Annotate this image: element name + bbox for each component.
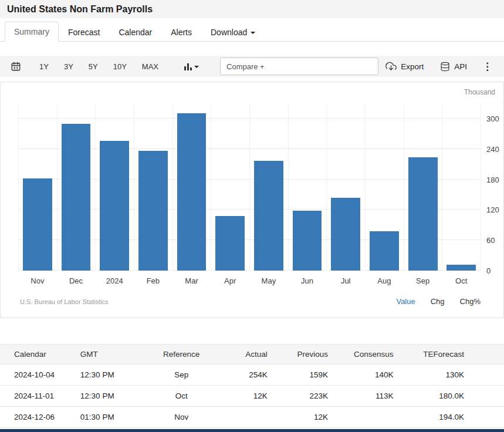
x-axis-label: Apr <box>211 276 249 285</box>
y-axis-tick-label: 240 <box>486 144 499 153</box>
tab-download[interactable]: Download <box>201 22 265 42</box>
bar-chart-icon <box>184 62 193 71</box>
x-axis-label: Oct <box>442 276 481 285</box>
api-label: API <box>454 62 467 71</box>
table-cell: 2024-10-04 <box>0 365 76 386</box>
kebab-menu-icon: ⋮ <box>482 61 492 72</box>
column-header-previous: Previous <box>272 345 333 365</box>
column-header-reference: Reference <box>146 345 217 365</box>
range-button-5y[interactable]: 5Y <box>81 59 106 75</box>
bar-slot <box>134 103 172 271</box>
table-row[interactable]: 2024-10-0412:30 PMSep254K159K140K130K <box>0 365 504 386</box>
toolbar-right-group: Export API ⋮ <box>380 58 497 76</box>
table-cell: 180.0K <box>398 386 504 407</box>
y-axis-tick-label: 300 <box>486 114 499 123</box>
table-cell: Oct <box>146 386 217 407</box>
tab-label: Calendar <box>119 28 152 37</box>
table-cell: 223K <box>272 386 333 407</box>
chart-mode-chg-pct[interactable]: Chg% <box>460 297 481 306</box>
bar-sep[interactable] <box>408 157 438 271</box>
bar-feb[interactable] <box>138 151 168 271</box>
bar-aug[interactable] <box>370 231 399 271</box>
tab-label: Download <box>211 28 247 37</box>
bar-slot <box>365 103 404 271</box>
tab-alerts[interactable]: Alerts <box>161 22 201 42</box>
range-button-3y[interactable]: 3Y <box>56 59 81 75</box>
table-header-row: CalendarGMTReferenceActualPreviousConsen… <box>0 345 504 365</box>
table-cell: 12K <box>272 407 333 428</box>
bar-chart: 060120180240300 <box>18 103 481 271</box>
tab-label: Alerts <box>171 28 192 37</box>
calendar-table: CalendarGMTReferenceActualPreviousConsen… <box>0 344 504 428</box>
bar-slot <box>18 103 57 271</box>
chart-unit-label: Thousand <box>1 88 503 97</box>
bar-slot <box>288 103 327 271</box>
tab-label: Summary <box>14 27 49 36</box>
table-cell: Sep <box>146 365 217 386</box>
bar-slot <box>326 103 365 271</box>
bar-slot <box>95 103 134 271</box>
bar-slot <box>57 103 96 271</box>
x-axis-label: Jun <box>288 276 327 285</box>
range-button-10y[interactable]: 10Y <box>106 59 134 75</box>
bar-apr[interactable] <box>215 216 245 271</box>
bar-oct[interactable] <box>447 265 476 271</box>
tab-bar: SummaryForecastCalendarAlertsDownload <box>0 18 504 42</box>
table-cell <box>333 407 398 428</box>
bar-may[interactable] <box>254 161 283 271</box>
chart-mode-chg[interactable]: Chg <box>431 297 445 306</box>
table-cell: 01:30 PM <box>76 407 146 428</box>
x-axis-label: May <box>249 276 288 285</box>
bar-mar[interactable] <box>177 113 207 271</box>
export-button[interactable]: Export <box>380 58 429 76</box>
chart-toolbar: 1Y3Y5Y10YMAX Export <box>0 56 504 77</box>
tab-forecast[interactable]: Forecast <box>59 22 109 42</box>
more-options-button[interactable]: ⋮ <box>478 59 497 74</box>
v-gridline <box>481 103 481 271</box>
calendar-table-section: CalendarGMTReferenceActualPreviousConsen… <box>0 344 504 428</box>
table-cell: 2024-11-01 <box>0 386 76 407</box>
bar-dec[interactable] <box>62 124 91 271</box>
column-header-gmt: GMT <box>76 345 146 365</box>
table-row[interactable]: 2024-12-0601:30 PMNov12K194.0K <box>0 407 504 428</box>
bar-jul[interactable] <box>331 198 360 271</box>
table-row[interactable]: 2024-11-0112:30 PMOct12K223K113K180.0K <box>0 386 504 407</box>
bar-jun[interactable] <box>293 211 322 271</box>
x-axis-label: Dec <box>57 276 96 285</box>
range-button-1y[interactable]: 1Y <box>32 59 56 75</box>
table-cell: 12K <box>217 386 272 407</box>
page-title: United States Non Farm Payrolls <box>7 4 497 15</box>
database-icon <box>440 62 450 72</box>
bar-2024[interactable] <box>100 141 129 271</box>
tab-label: Forecast <box>68 28 100 37</box>
y-axis-tick-label: 0 <box>486 266 491 275</box>
x-axis-label: Jul <box>326 276 365 285</box>
chart-type-button[interactable] <box>180 59 202 73</box>
x-axis-label: 2024 <box>95 276 134 285</box>
tab-calendar[interactable]: Calendar <box>109 22 161 42</box>
table-cell: 140K <box>333 365 398 386</box>
compare-input[interactable] <box>220 58 378 75</box>
chart-mode-switch: ValueChgChg% <box>396 297 481 306</box>
table-cell: 254K <box>217 365 272 386</box>
range-button-max[interactable]: MAX <box>134 59 166 75</box>
footer-strip <box>0 429 504 432</box>
export-label: Export <box>401 62 424 71</box>
chart-footer: U.S. Bureau of Labor Statistics ValueChg… <box>20 297 481 306</box>
export-cloud-download-icon <box>385 61 397 72</box>
caret-down-icon <box>194 66 199 68</box>
column-header-consensus: Consensus <box>333 345 398 365</box>
table-cell: 159K <box>272 365 333 386</box>
date-range-calendar-button[interactable] <box>7 59 25 74</box>
non-farm-payrolls-page: United States Non Farm Payrolls SummaryF… <box>0 0 504 432</box>
api-button[interactable]: API <box>434 58 473 75</box>
range-selector: 1Y3Y5Y10YMAX <box>32 59 166 75</box>
bar-nov[interactable] <box>23 178 52 271</box>
chart-mode-value[interactable]: Value <box>396 297 415 306</box>
y-axis-tick-label: 180 <box>486 175 499 184</box>
x-axis-label: Feb <box>134 276 172 285</box>
tab-summary[interactable]: Summary <box>5 22 59 42</box>
table-cell: 113K <box>333 386 398 407</box>
table-cell: 12:30 PM <box>76 365 146 386</box>
table-cell: 2024-12-06 <box>0 407 76 428</box>
